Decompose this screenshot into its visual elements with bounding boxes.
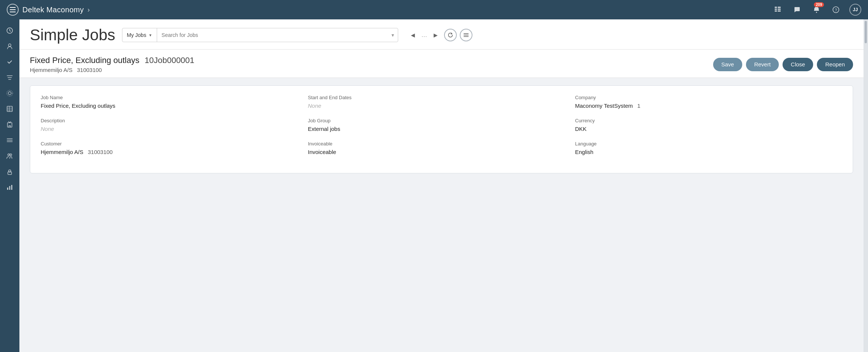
svg-point-21 xyxy=(8,154,10,156)
page-title: Simple Jobs xyxy=(30,26,115,44)
svg-rect-4 xyxy=(778,9,781,10)
svg-rect-13 xyxy=(7,106,12,111)
refresh-button[interactable] xyxy=(444,29,457,41)
record-header: Fixed Price, Excluding outlays 10Job0000… xyxy=(19,50,864,78)
filter-dropdown[interactable]: My Jobs ▼ xyxy=(122,28,157,42)
description-value: None xyxy=(41,126,308,132)
help-icon[interactable]: ? xyxy=(830,4,842,16)
revert-button[interactable]: Revert xyxy=(746,58,779,71)
search-input[interactable] xyxy=(157,32,388,38)
record-actions: Save Revert Close Reopen xyxy=(713,58,853,71)
top-navigation: Deltek Maconomy › 209 xyxy=(0,0,868,19)
record-job-id: 10Job000001 xyxy=(144,56,194,65)
prev-record-button[interactable]: ◀ xyxy=(408,30,418,40)
sidebar-item-person[interactable] xyxy=(3,40,16,53)
svg-rect-5 xyxy=(778,10,781,12)
svg-rect-3 xyxy=(778,7,781,8)
field-language: Language English xyxy=(575,141,842,164)
field-job-name: Job Name Fixed Price, Excluding outlays xyxy=(41,95,308,118)
customer-label: Customer xyxy=(41,141,308,147)
job-group-value: External jobs xyxy=(308,126,575,132)
job-name-label: Job Name xyxy=(41,95,308,100)
svg-rect-27 xyxy=(11,185,12,190)
field-description: Description None xyxy=(41,118,308,141)
nav-chevron-icon: › xyxy=(88,6,90,14)
svg-rect-25 xyxy=(7,188,8,190)
scroll-thumb xyxy=(865,21,867,43)
invoiceable-value: Invoiceable xyxy=(308,149,575,155)
company-value-row: Maconomy TestSystem 1 xyxy=(575,103,842,109)
record-job-name: Fixed Price, Excluding outlays xyxy=(30,56,139,65)
svg-text:?: ? xyxy=(835,8,837,12)
save-button[interactable]: Save xyxy=(713,58,742,71)
field-customer: Customer Hjemmemiljo A/S 31003100 xyxy=(41,141,308,164)
sidebar-item-analytics[interactable] xyxy=(3,87,16,100)
svg-rect-26 xyxy=(9,186,10,190)
start-end-dates-value: None xyxy=(308,103,575,109)
company-value: Maconomy TestSystem xyxy=(575,103,633,109)
search-container: My Jobs ▼ ▾ xyxy=(122,28,398,42)
app-name: Deltek Maconomy xyxy=(22,6,84,14)
sidebar-item-people[interactable] xyxy=(3,149,16,163)
job-group-label: Job Group xyxy=(308,118,575,123)
sidebar-item-filters[interactable] xyxy=(3,71,16,84)
record-customer: Hjemmemiljo A/S xyxy=(30,67,72,73)
reopen-button[interactable]: Reopen xyxy=(817,58,853,71)
user-avatar[interactable]: JJ xyxy=(849,4,861,16)
language-value: English xyxy=(575,149,842,155)
language-label: Language xyxy=(575,141,842,147)
company-id: 1 xyxy=(637,103,640,109)
job-name-value: Fixed Price, Excluding outlays xyxy=(41,103,308,109)
svg-point-12 xyxy=(7,90,13,96)
dashboard-icon[interactable] xyxy=(772,4,784,16)
svg-point-11 xyxy=(8,92,11,95)
next-record-button[interactable]: ▶ xyxy=(431,30,441,40)
close-button[interactable]: Close xyxy=(783,58,813,71)
search-dropdown-icon[interactable]: ▾ xyxy=(388,32,398,38)
chat-icon[interactable] xyxy=(791,4,803,16)
sidebar-item-building[interactable] xyxy=(3,118,16,131)
svg-rect-17 xyxy=(7,123,12,127)
sidebar-item-security[interactable] xyxy=(3,165,16,178)
currency-label: Currency xyxy=(575,118,842,123)
field-start-end-dates: Start and End Dates None xyxy=(308,95,575,118)
field-currency: Currency DKK xyxy=(575,118,842,141)
sidebar-item-approvals[interactable] xyxy=(3,55,16,69)
menu-button[interactable] xyxy=(7,4,19,16)
record-navigation: ◀ … ▶ xyxy=(408,29,472,41)
hamburger-icon xyxy=(10,7,16,12)
invoiceable-label: Invoiceable xyxy=(308,141,575,147)
field-job-group: Job Group External jobs xyxy=(308,118,575,141)
currency-value: DKK xyxy=(575,126,842,132)
customer-value-row: Hjemmemiljo A/S 31003100 xyxy=(41,149,308,155)
description-label: Description xyxy=(41,118,308,123)
page-header: Simple Jobs My Jobs ▼ ▾ ◀ … ▶ xyxy=(19,19,864,50)
company-label: Company xyxy=(575,95,842,100)
filter-label: My Jobs xyxy=(127,32,146,38)
sidebar-item-clock[interactable] xyxy=(3,24,16,37)
sidebar-item-table[interactable] xyxy=(3,102,16,116)
svg-rect-2 xyxy=(775,10,777,12)
left-sidebar xyxy=(0,19,19,352)
notification-count: 209 xyxy=(814,2,824,7)
svg-point-22 xyxy=(10,154,12,156)
start-end-dates-label: Start and End Dates xyxy=(308,95,575,100)
ellipsis: … xyxy=(421,32,428,38)
svg-point-10 xyxy=(9,44,11,47)
sidebar-item-list[interactable] xyxy=(3,133,16,147)
record-body: Job Name Fixed Price, Excluding outlays … xyxy=(19,78,864,352)
filter-chevron-icon: ▼ xyxy=(149,33,152,37)
svg-rect-1 xyxy=(775,9,777,10)
customer-id: 31003100 xyxy=(88,149,113,155)
field-invoiceable: Invoiceable Invoiceable xyxy=(308,141,575,164)
notifications-icon[interactable]: 209 xyxy=(811,4,822,16)
svg-point-6 xyxy=(816,12,817,13)
list-view-button[interactable] xyxy=(460,29,472,41)
scroll-handle[interactable] xyxy=(864,19,868,352)
field-company: Company Maconomy TestSystem 1 xyxy=(575,95,842,118)
customer-value: Hjemmemiljo A/S xyxy=(41,149,83,155)
sidebar-item-chart[interactable] xyxy=(3,180,16,194)
record-customer-id: 31003100 xyxy=(77,67,102,73)
form-card: Job Name Fixed Price, Excluding outlays … xyxy=(30,85,853,173)
svg-rect-0 xyxy=(775,7,777,8)
